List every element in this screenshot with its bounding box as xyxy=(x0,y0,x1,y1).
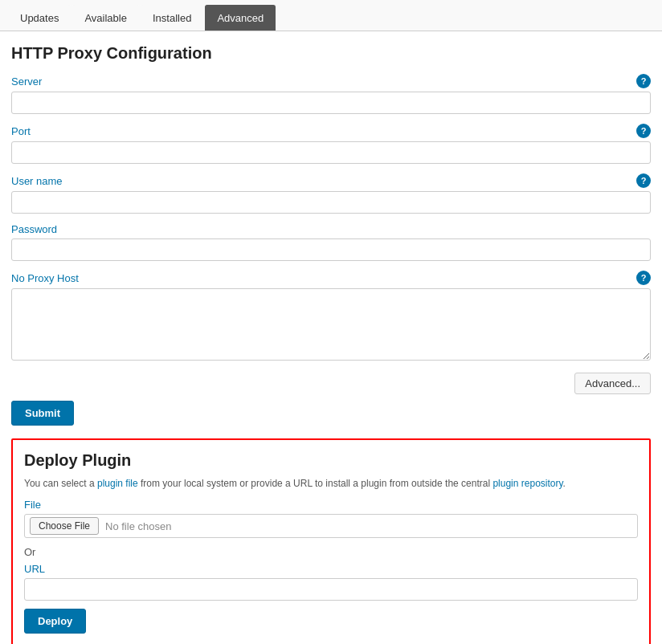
port-field-group: Port ? xyxy=(11,124,651,164)
or-label: Or xyxy=(24,546,638,558)
tab-updates[interactable]: Updates xyxy=(8,5,71,31)
username-input[interactable] xyxy=(11,191,651,214)
server-label-row: Server ? xyxy=(11,74,651,88)
password-label-row: Password xyxy=(11,223,651,235)
choose-file-button[interactable]: Choose File xyxy=(30,517,99,535)
server-field-group: Server ? xyxy=(11,74,651,114)
url-label: URL xyxy=(24,563,638,575)
no-proxy-host-help-icon[interactable]: ? xyxy=(636,271,651,285)
tab-advanced[interactable]: Advanced xyxy=(205,5,276,31)
deploy-description: You can select a plugin file from your l… xyxy=(24,476,638,491)
username-field-group: User name ? xyxy=(11,173,651,214)
file-input-wrapper: Choose File No file chosen xyxy=(24,514,638,538)
server-label: Server xyxy=(11,75,42,88)
advanced-button[interactable]: Advanced... xyxy=(574,373,651,394)
main-content: HTTP Proxy Configuration Server ? Port ?… xyxy=(0,31,662,644)
password-input[interactable] xyxy=(11,238,651,261)
password-field-group: Password xyxy=(11,223,651,261)
submit-button[interactable]: Submit xyxy=(11,401,74,426)
proxy-section-title: HTTP Proxy Configuration xyxy=(11,44,651,63)
page-wrapper: Updates Available Installed Advanced HTT… xyxy=(0,0,662,644)
server-help-icon[interactable]: ? xyxy=(636,74,651,88)
deploy-button[interactable]: Deploy xyxy=(24,609,86,634)
tab-available[interactable]: Available xyxy=(72,5,139,31)
no-proxy-host-label-row: No Proxy Host ? xyxy=(11,271,651,285)
server-input[interactable] xyxy=(11,92,651,114)
port-help-icon[interactable]: ? xyxy=(636,124,651,138)
no-proxy-host-label: No Proxy Host xyxy=(11,272,79,284)
no-file-label: No file chosen xyxy=(105,520,171,532)
port-label-row: Port ? xyxy=(11,124,651,138)
username-help-icon[interactable]: ? xyxy=(636,173,651,188)
tabs-bar: Updates Available Installed Advanced xyxy=(0,0,662,31)
username-label: User name xyxy=(11,175,63,187)
plugin-repository-link[interactable]: plugin repository xyxy=(492,478,562,489)
plugin-file-link[interactable]: plugin file xyxy=(97,478,138,489)
advanced-button-row: Advanced... xyxy=(11,373,651,394)
url-input[interactable] xyxy=(24,578,638,601)
deploy-plugin-section: Deploy Plugin You can select a plugin fi… xyxy=(11,438,651,644)
deploy-section-title: Deploy Plugin xyxy=(24,451,638,470)
no-proxy-host-field-group: No Proxy Host ? xyxy=(11,271,651,363)
no-proxy-host-textarea[interactable] xyxy=(11,288,651,361)
username-label-row: User name ? xyxy=(11,173,651,188)
file-label: File xyxy=(24,499,638,511)
port-input[interactable] xyxy=(11,141,651,164)
port-label: Port xyxy=(11,125,31,137)
tab-installed[interactable]: Installed xyxy=(141,5,203,31)
password-label: Password xyxy=(11,223,57,235)
